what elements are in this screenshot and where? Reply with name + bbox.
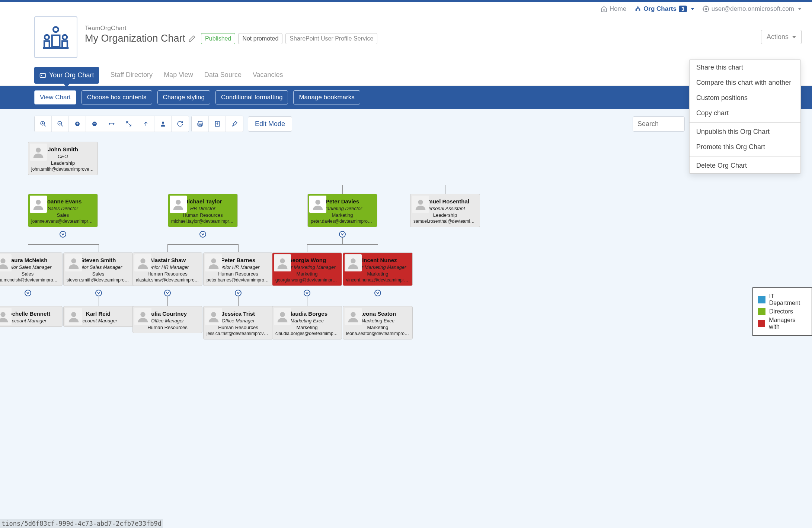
collapse-icon[interactable]: [86, 116, 103, 132]
connector: [99, 244, 99, 252]
avatar: [30, 144, 47, 161]
tab-map-view[interactable]: Map View: [164, 65, 193, 86]
zoom-in-icon[interactable]: [35, 116, 52, 132]
expand-toggle-icon[interactable]: [235, 290, 242, 296]
org-node[interactable]: Georgia WongSenior Marketing ManagerMark…: [272, 252, 342, 286]
org-node[interactable]: Joanne EvansSales DirectorSalesjoanne.ev…: [28, 194, 98, 227]
tab-your-org-chart[interactable]: Your Org Chart: [34, 67, 99, 84]
nav-orgcharts-label: Org Charts: [643, 5, 677, 13]
legend-item: Directors: [758, 308, 806, 315]
expand-toggle-icon[interactable]: [199, 231, 206, 238]
org-node[interactable]: Steven SmithSenior Sales ManagerSalesste…: [63, 252, 133, 286]
org-node[interactable]: Laura McNeishSenior Sales ManagerSalesur…: [0, 252, 63, 286]
org-node[interactable]: Claudia BorgesMarketing ExecMarketingcla…: [272, 306, 342, 339]
expand-toggle-icon[interactable]: [60, 231, 66, 238]
expand-toggle-icon[interactable]: [95, 290, 102, 296]
org-node[interactable]: Rochelle BennettAccount Manager: [0, 306, 63, 327]
actions-menu-item[interactable]: Share this chart: [690, 60, 800, 75]
avatar: [345, 308, 362, 325]
legend-item: Managers with: [758, 317, 806, 330]
svg-point-6: [63, 35, 67, 39]
avatar: [0, 308, 12, 325]
tab-data-source[interactable]: Data Source: [204, 65, 242, 86]
svg-point-1: [636, 10, 637, 11]
connector: [167, 244, 168, 252]
avatar: [205, 308, 222, 325]
connector: [307, 244, 378, 245]
svg-point-9: [41, 75, 42, 76]
export-icon[interactable]: [209, 116, 226, 132]
org-node[interactable]: Michael TaylorHR DirectorHuman Resources…: [168, 194, 238, 227]
expand-toggle-icon[interactable]: [304, 290, 310, 296]
org-node[interactable]: Julia CourtneyOffice ManagerHuman Resour…: [132, 306, 202, 333]
actions-menu-item[interactable]: Compare this chart with another: [690, 75, 800, 90]
org-node[interactable]: Samuel RosenthalPersonal AssistantLeader…: [410, 194, 480, 227]
not-promoted-chip[interactable]: Not promoted: [238, 33, 282, 44]
service-chip: SharePoint User Profile Service: [285, 33, 377, 44]
nav-user-label: user@demo.onmicrosoft.com: [712, 5, 794, 13]
edit-mode-button[interactable]: Edit Mode: [248, 116, 292, 132]
nav-home[interactable]: Home: [601, 5, 626, 13]
avatar: [0, 254, 12, 271]
avatar: [30, 196, 47, 213]
actions-dropdown: Share this chartCompare this chart with …: [689, 59, 801, 174]
person-icon[interactable]: [154, 116, 172, 132]
tab-vacancies[interactable]: Vacancies: [253, 65, 283, 86]
avatar: [412, 196, 429, 213]
product-name: TeamOrgChart: [85, 25, 754, 32]
pencil-icon[interactable]: [188, 35, 196, 42]
subtab-choose-box-contents[interactable]: Choose box contents: [81, 90, 152, 104]
connector: [28, 244, 28, 252]
page-header: TeamOrgChart My Organization Chart Publi…: [0, 13, 812, 65]
subtab-conditional-formatting[interactable]: Conditional formatting: [215, 90, 288, 104]
search-input[interactable]: [633, 116, 685, 132]
actions-menu-item[interactable]: Custom positions: [690, 90, 800, 106]
page-title: My Organization Chart: [85, 33, 185, 44]
org-node[interactable]: Jessica TristOffice ManagerHuman Resourc…: [203, 306, 273, 339]
svg-line-24: [127, 122, 128, 123]
expand-toggle-icon[interactable]: [25, 290, 31, 296]
org-node[interactable]: Alastair ShawSenior HR ManagerHuman Reso…: [132, 252, 202, 286]
subtab-change-styling[interactable]: Change styling: [157, 90, 210, 104]
print-icon[interactable]: [192, 116, 209, 132]
expand-icon[interactable]: +: [69, 116, 86, 132]
connector: [342, 185, 343, 194]
nav-user[interactable]: user@demo.onmicrosoft.com: [703, 5, 802, 13]
tab-staff-directory[interactable]: Staff Directory: [110, 65, 153, 86]
subtab-manage-bookmarks[interactable]: Manage bookmarks: [293, 90, 360, 104]
subtab-view-chart[interactable]: View Chart: [34, 90, 76, 104]
svg-point-3: [705, 8, 707, 10]
actions-menu-item[interactable]: Unpublish this Org Chart: [690, 124, 800, 139]
actions-menu-item[interactable]: Promote this Org Chart: [690, 139, 800, 155]
nav-orgcharts[interactable]: Org Charts 3: [634, 5, 694, 13]
avatar: [205, 254, 222, 271]
zoom-out-icon[interactable]: [52, 116, 69, 132]
connector: [28, 244, 99, 245]
refresh-icon[interactable]: [172, 116, 189, 132]
org-node[interactable]: Peter BarnesSenior HR ManagerHuman Resou…: [203, 252, 273, 286]
org-node[interactable]: John SmithCEOLeadershipjohn.smith@devtea…: [28, 142, 98, 175]
svg-point-5: [45, 35, 49, 39]
expand-toggle-icon[interactable]: [374, 290, 381, 296]
org-node[interactable]: Leona SeatonMarketing ExecMarketingleona…: [343, 306, 413, 339]
connector: [63, 185, 63, 194]
svg-point-27: [162, 122, 164, 124]
org-node[interactable]: Vincent NunezSenior Marketing ManagerMar…: [343, 252, 413, 286]
expand-toggle-icon[interactable]: [164, 290, 171, 296]
actions-menu-item[interactable]: Delete Org Chart: [690, 158, 800, 173]
expand-toggle-icon[interactable]: [339, 231, 346, 238]
up-level-icon[interactable]: [137, 116, 154, 132]
svg-point-4: [53, 27, 58, 32]
published-chip[interactable]: Published: [201, 33, 235, 44]
actions-menu-item[interactable]: Copy chart: [690, 106, 800, 121]
brush-icon[interactable]: [226, 116, 243, 132]
org-node[interactable]: Peter DaviesMarketing DirectorMarketingp…: [307, 194, 377, 227]
avatar: [274, 308, 291, 325]
svg-line-13: [44, 125, 46, 126]
org-node[interactable]: Karl ReidAccount Manager: [63, 306, 133, 327]
fit-width-icon[interactable]: [103, 116, 120, 132]
fullscreen-icon[interactable]: [120, 116, 137, 132]
avatar: [309, 196, 326, 213]
avatar: [65, 254, 82, 271]
actions-button[interactable]: Actions: [761, 30, 802, 44]
